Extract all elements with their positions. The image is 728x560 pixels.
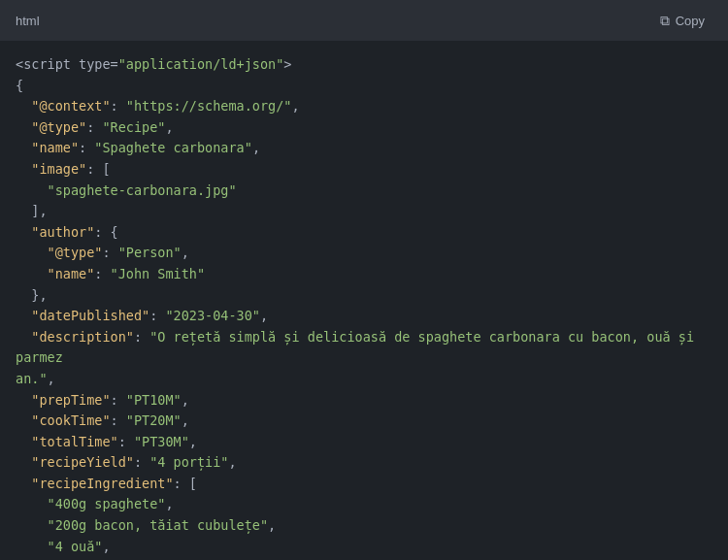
copy-label: Copy [676,14,705,28]
copy-button[interactable]: ⧉ Copy [652,9,712,33]
header-bar: html ⧉ Copy [0,0,728,41]
code-container: html ⧉ Copy <script type="application/ld… [0,0,728,560]
language-label: html [16,14,40,28]
script-open-tag: <script type="application/ld+json"> [16,56,292,72]
code-body: <script type="application/ld+json"> { "@… [0,41,728,560]
code-pre: <script type="application/ld+json"> { "@… [16,54,712,560]
copy-icon: ⧉ [660,13,670,29]
